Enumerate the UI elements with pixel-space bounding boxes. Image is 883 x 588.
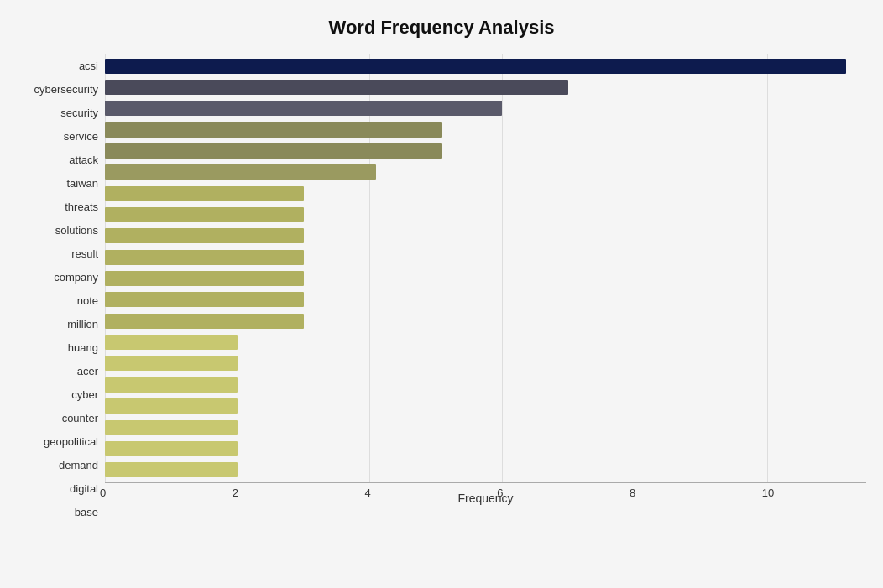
bar bbox=[105, 143, 442, 159]
x-tick: 6 bbox=[497, 487, 503, 499]
bar-row bbox=[105, 121, 866, 139]
chart-container: Word Frequency Analysis acsicybersecurit… bbox=[0, 0, 883, 588]
y-label: counter bbox=[62, 413, 98, 424]
y-label: geopolitical bbox=[44, 436, 98, 447]
y-label: service bbox=[64, 131, 98, 142]
bar bbox=[105, 335, 238, 350]
y-label: acer bbox=[77, 366, 98, 377]
y-axis: acsicybersecuritysecurityserviceattackta… bbox=[17, 54, 105, 524]
bar bbox=[105, 80, 568, 95]
bar-row bbox=[105, 99, 866, 117]
bar-row bbox=[105, 419, 866, 437]
y-label: solutions bbox=[55, 225, 98, 236]
bar bbox=[105, 207, 304, 222]
bar bbox=[105, 356, 238, 371]
bar bbox=[105, 228, 304, 243]
x-tick: 8 bbox=[630, 487, 635, 499]
bar-row bbox=[105, 206, 866, 224]
y-label: result bbox=[71, 248, 98, 259]
y-label: note bbox=[77, 295, 98, 306]
bar bbox=[105, 292, 304, 307]
bar bbox=[105, 164, 376, 180]
bar-row bbox=[105, 163, 866, 181]
bar bbox=[105, 271, 304, 286]
bar-row bbox=[105, 397, 866, 415]
bar bbox=[105, 377, 238, 393]
bar-row bbox=[105, 354, 866, 372]
bar bbox=[105, 186, 304, 201]
bar-row bbox=[105, 185, 866, 203]
bar-row bbox=[105, 461, 866, 479]
x-tick: 0 bbox=[100, 487, 106, 499]
bar-row bbox=[105, 78, 866, 96]
x-tick: 4 bbox=[364, 487, 370, 499]
bar-row bbox=[105, 226, 866, 245]
y-label: taiwan bbox=[66, 178, 98, 189]
bar bbox=[105, 462, 238, 477]
bar-row bbox=[105, 440, 866, 458]
bar-row bbox=[105, 376, 866, 394]
bar bbox=[105, 420, 238, 435]
x-ticks: 0246810 bbox=[105, 483, 866, 487]
bar bbox=[105, 59, 846, 74]
x-tick: 10 bbox=[762, 487, 774, 499]
bar bbox=[105, 101, 502, 116]
bars-and-x: 0246810 Frequency bbox=[105, 54, 866, 524]
bar bbox=[105, 122, 442, 138]
y-label: digital bbox=[70, 483, 98, 494]
bar bbox=[105, 314, 304, 329]
x-axis: 0246810 Frequency bbox=[105, 482, 866, 524]
bar bbox=[105, 250, 304, 265]
bar-row bbox=[105, 290, 866, 309]
y-label: million bbox=[67, 319, 98, 330]
y-label: base bbox=[75, 507, 98, 518]
bar-row bbox=[105, 312, 866, 330]
y-label: cybersecurity bbox=[34, 84, 98, 95]
bars-inner bbox=[105, 54, 866, 482]
bar-row bbox=[105, 142, 866, 160]
bar-row bbox=[105, 248, 866, 267]
y-label: security bbox=[60, 107, 98, 118]
y-label: threats bbox=[65, 201, 98, 212]
chart-title: Word Frequency Analysis bbox=[17, 17, 866, 39]
chart-area: acsicybersecuritysecurityserviceattackta… bbox=[17, 54, 866, 524]
y-label: cyber bbox=[71, 389, 98, 400]
bar-row bbox=[105, 57, 866, 75]
y-label: demand bbox=[59, 460, 98, 471]
bar-row bbox=[105, 269, 866, 288]
x-tick: 2 bbox=[233, 487, 238, 499]
y-label: company bbox=[54, 272, 98, 283]
x-axis-label: Frequency bbox=[105, 492, 866, 505]
bar bbox=[105, 441, 238, 456]
y-label: huang bbox=[68, 342, 98, 353]
bar bbox=[105, 398, 238, 414]
y-label: acsi bbox=[79, 60, 98, 71]
bars-area bbox=[105, 54, 866, 482]
bar-row bbox=[105, 333, 866, 351]
y-label: attack bbox=[69, 154, 98, 165]
